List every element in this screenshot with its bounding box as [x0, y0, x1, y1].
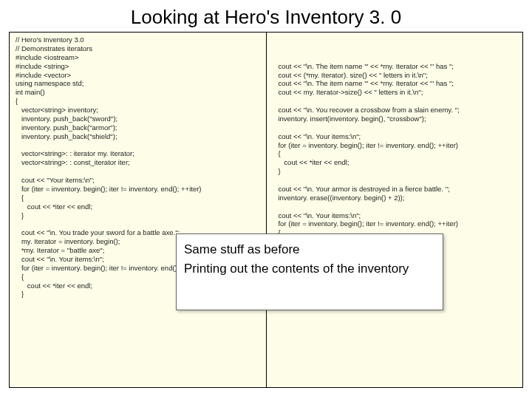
- code-left-column: // Hero's Inventory 3.0 // Demonstrates …: [10, 33, 267, 387]
- slide-title: Looking at Hero's Inventory 3. 0: [0, 6, 532, 29]
- code-container: // Hero's Inventory 3.0 // Demonstrates …: [9, 32, 523, 388]
- callout-line-1: Same stuff as before: [184, 240, 435, 259]
- annotation-callout: Same stuff as before Printing out the co…: [176, 233, 443, 310]
- callout-line-2: Printing out the contents of the invento…: [184, 259, 435, 279]
- code-right-column: cout << "\n. The item name '" << *my. It…: [267, 33, 523, 387]
